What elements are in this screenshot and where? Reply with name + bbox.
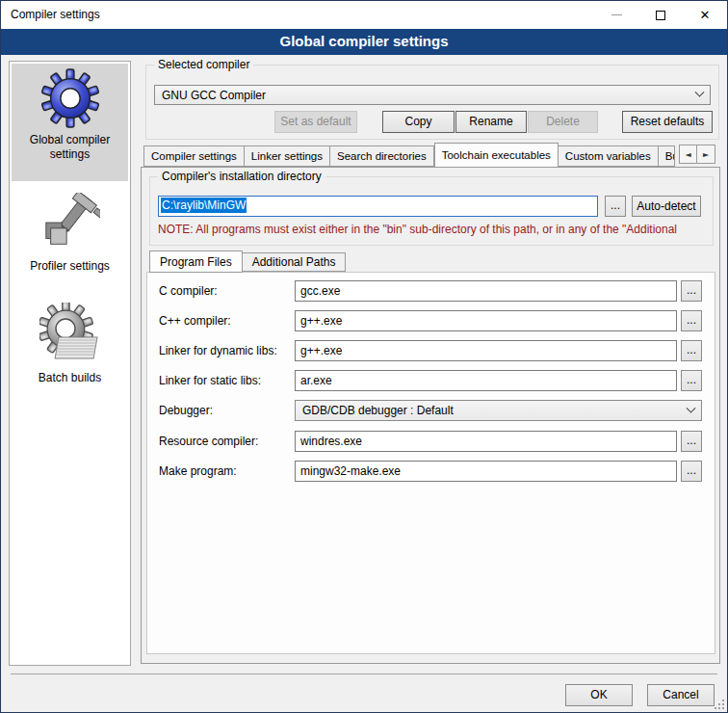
group-legend: Selected compiler	[154, 58, 253, 72]
debugger-select[interactable]: GDB/CDB debugger : Default	[295, 400, 702, 421]
caliper-icon	[12, 193, 128, 254]
field-label: Resource compiler:	[159, 435, 258, 448]
cpp-compiler-input[interactable]	[295, 310, 677, 331]
sidebar-item-label: Profiler settings	[12, 259, 128, 274]
tab-compiler-settings[interactable]: Compiler settings	[143, 145, 245, 167]
footer-divider	[11, 673, 717, 674]
field-label: Make program:	[159, 464, 237, 478]
sidebar: Global compiler settings Profiler settin…	[9, 61, 131, 666]
sidebar-item-label: Batch builds	[12, 371, 128, 385]
tab-scroll-buttons: ◄ ►	[679, 145, 715, 164]
browse-button[interactable]: ...	[681, 370, 702, 391]
field-row-dynamic-linker: Linker for dynamic libs: ...	[159, 340, 705, 362]
browse-button[interactable]: ...	[681, 461, 702, 482]
field-label: Debugger:	[159, 404, 213, 417]
note-text: NOTE: All programs must exist either in …	[158, 223, 718, 236]
c-compiler-input[interactable]	[295, 280, 677, 302]
ok-button[interactable]: OK	[565, 684, 633, 706]
tab-linker-settings[interactable]: Linker settings	[245, 145, 330, 167]
sidebar-item-global-compiler-settings[interactable]: Global compiler settings	[12, 64, 128, 181]
compiler-select-value: GNU GCC Compiler	[162, 89, 266, 102]
arrow-right-icon[interactable]: ►	[697, 145, 715, 164]
browse-directory-button[interactable]: ...	[605, 196, 626, 217]
minimize-button[interactable]	[594, 1, 638, 29]
maximize-button[interactable]	[638, 1, 683, 29]
main-tabstrip: Compiler settings Linker settings Search…	[143, 143, 675, 168]
minimize-icon	[611, 14, 622, 15]
titlebar[interactable]: Compiler settings ✕	[1, 1, 727, 29]
program-files-tabstrip: Program Files Additional Paths	[149, 251, 346, 273]
make-program-input[interactable]	[295, 461, 677, 482]
selected-path-text: C:\raylib\MinGW	[161, 198, 247, 213]
subtab-additional-paths[interactable]: Additional Paths	[243, 252, 347, 272]
dynamic-linker-input[interactable]	[295, 340, 677, 361]
static-linker-input[interactable]	[295, 370, 677, 391]
selected-compiler-group: Selected compiler GNU GCC Compiler Set a…	[145, 65, 719, 140]
maximize-icon	[656, 11, 665, 20]
auto-detect-button[interactable]: Auto-detect	[632, 196, 701, 217]
field-label: Linker for static libs:	[159, 374, 261, 387]
debugger-select-value: GDB/CDB debugger : Default	[302, 404, 454, 417]
browse-button[interactable]: ...	[681, 340, 702, 361]
arrow-left-icon[interactable]: ◄	[679, 145, 697, 164]
resize-grip-icon[interactable]	[715, 700, 724, 709]
field-row-debugger: Debugger: GDB/CDB debugger : Default	[159, 400, 705, 422]
installation-directory-input[interactable]: C:\raylib\MinGW	[158, 196, 598, 217]
cancel-button[interactable]: Cancel	[647, 684, 715, 706]
field-label: C compiler:	[159, 284, 218, 298]
page-title: Global compiler settings	[1, 29, 727, 55]
field-row-make-program: Make program: ...	[159, 461, 705, 483]
field-row-static-linker: Linker for static libs: ...	[159, 370, 705, 392]
toolchain-executables-panel: Compiler's installation directory C:\ray…	[141, 167, 720, 664]
browse-button[interactable]: ...	[681, 310, 702, 331]
window-title: Compiler settings	[11, 1, 100, 29]
field-row-resource-compiler: Resource compiler: ...	[159, 431, 705, 453]
tab-toolchain-executables[interactable]: Toolchain executables	[434, 143, 559, 168]
window-controls: ✕	[594, 1, 727, 29]
sidebar-item-label: Global compiler settings	[12, 133, 128, 162]
field-label: Linker for dynamic libs:	[159, 344, 277, 357]
installation-directory-group: Compiler's installation directory C:\ray…	[149, 176, 714, 246]
tab-custom-variables[interactable]: Custom variables	[559, 145, 659, 167]
delete-button: Delete	[528, 111, 598, 133]
browse-button[interactable]: ...	[681, 280, 702, 302]
chevron-down-icon	[695, 88, 705, 97]
browse-button[interactable]: ...	[681, 431, 702, 452]
program-files-panel: C compiler: ... C++ compiler: ... Linker…	[146, 272, 715, 654]
field-label: C++ compiler:	[159, 314, 231, 328]
close-button[interactable]: ✕	[683, 1, 727, 29]
resource-compiler-input[interactable]	[295, 431, 677, 452]
rename-button[interactable]: Rename	[455, 111, 527, 133]
field-row-c-compiler: C compiler: ...	[159, 280, 705, 303]
sidebar-item-profiler-settings[interactable]: Profiler settings	[12, 189, 128, 281]
group-legend: Compiler's installation directory	[158, 170, 325, 184]
compiler-settings-dialog: Compiler settings ✕ Global compiler sett…	[0, 0, 728, 713]
gear-stack-icon	[12, 303, 128, 366]
tab-search-directories[interactable]: Search directories	[330, 145, 434, 167]
sidebar-item-batch-builds[interactable]: Batch builds	[12, 299, 128, 401]
close-icon: ✕	[700, 8, 711, 22]
set-as-default-button: Set as default	[274, 111, 357, 133]
copy-button[interactable]: Copy	[382, 111, 455, 133]
gear-icon	[12, 68, 128, 128]
tab-build-options[interactable]: Build	[659, 145, 675, 167]
subtab-program-files[interactable]: Program Files	[149, 251, 243, 273]
field-row-cpp-compiler: C++ compiler: ...	[159, 310, 705, 332]
reset-defaults-button[interactable]: Reset defaults	[622, 111, 713, 133]
compiler-select[interactable]: GNU GCC Compiler	[154, 85, 711, 105]
chevron-down-icon	[687, 403, 696, 412]
